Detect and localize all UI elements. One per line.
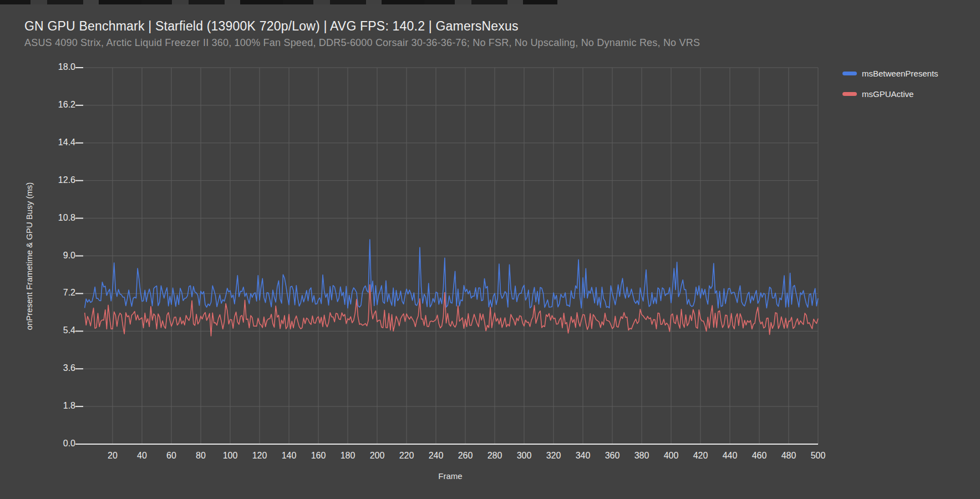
x-tick-label: 400 — [656, 451, 687, 461]
x-tick-label: 500 — [803, 451, 834, 461]
y-tick-label: 5.4 — [27, 325, 75, 335]
x-tick-label: 200 — [362, 451, 393, 461]
x-tick-label: 20 — [97, 451, 128, 461]
y-tick-label: 10.8 — [27, 213, 75, 223]
msgpuactive-line — [85, 285, 818, 336]
x-tick-label: 420 — [685, 451, 716, 461]
y-tick-label: 1.8 — [27, 401, 75, 411]
x-tick-label: 40 — [126, 451, 158, 461]
y-tick-label: 16.2 — [27, 100, 75, 110]
y-tick-label: 0.0 — [27, 439, 75, 449]
x-tick-label: 320 — [538, 451, 569, 461]
x-tick-label: 120 — [244, 451, 275, 461]
x-tick-label: 260 — [450, 451, 481, 461]
y-tick-label: 9.0 — [27, 251, 75, 261]
x-tick-label: 140 — [273, 451, 304, 461]
plot-area — [0, 0, 980, 499]
x-tick-label: 460 — [744, 451, 775, 461]
y-tick-label: 18.0 — [27, 62, 75, 72]
x-tick-label: 300 — [509, 451, 540, 461]
legend-item-msgpuactive: msGPUActive — [842, 89, 938, 99]
msgpuactive-swatch — [842, 92, 857, 96]
x-axis-title: Frame — [438, 471, 462, 481]
x-tick-label: 480 — [773, 451, 804, 461]
legend-label-msgpuactive: msGPUActive — [862, 89, 913, 99]
y-tick-label: 3.6 — [27, 363, 75, 373]
gpu-benchmark-chart: GN GPU Benchmark | Starfield (13900K 720… — [0, 0, 980, 499]
x-tick-label: 340 — [567, 451, 598, 461]
x-tick-label: 60 — [156, 451, 187, 461]
x-tick-label: 360 — [597, 451, 628, 461]
y-tick-label: 7.2 — [27, 288, 75, 298]
y-tick-label: 14.4 — [27, 138, 75, 147]
y-tick-label: 12.6 — [27, 175, 75, 185]
x-tick-label: 280 — [479, 451, 510, 461]
x-tick-label: 100 — [215, 451, 246, 461]
x-tick-label: 240 — [420, 451, 451, 461]
x-tick-label: 160 — [303, 451, 334, 461]
y-axis-title: onPresent Frametime & GPU Busy (ms) — [24, 182, 34, 330]
legend-item-msbetweenpresents: msBetweenPresents — [842, 69, 938, 78]
x-tick-label: 180 — [332, 451, 363, 461]
msbetweenpresents-swatch — [842, 72, 857, 75]
x-tick-label: 440 — [714, 451, 745, 461]
legend: msBetweenPresents msGPUActive — [842, 69, 938, 110]
x-tick-label: 220 — [391, 451, 422, 461]
x-tick-label: 380 — [626, 451, 657, 461]
x-tick-label: 80 — [185, 451, 216, 461]
msbetweenpresents-line — [85, 240, 818, 308]
legend-label-msbetweenpresents: msBetweenPresents — [862, 69, 938, 78]
